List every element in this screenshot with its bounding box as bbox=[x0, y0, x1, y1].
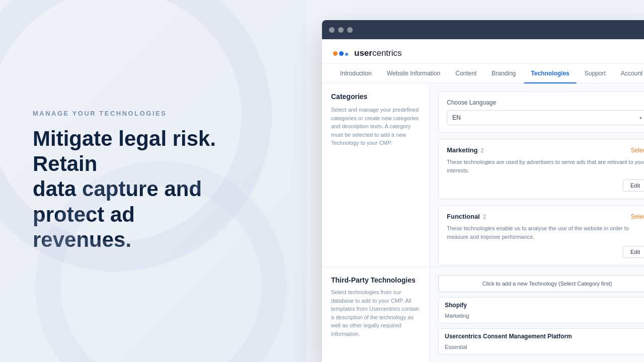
tab-account[interactable]: Account bbox=[614, 64, 644, 83]
language-value: EN bbox=[452, 114, 461, 121]
sidebar-categories-desc: Select and manage your predefined catego… bbox=[331, 106, 421, 147]
category-header-functional: Functional 2 Select bbox=[447, 213, 644, 220]
select-marketing-link[interactable]: Select bbox=[631, 147, 644, 154]
select-functional-link[interactable]: Select bbox=[631, 213, 644, 220]
third-party-title: Third-Party Technologies bbox=[331, 276, 421, 284]
tab-branding[interactable]: Branding bbox=[485, 64, 523, 83]
right-content: Choose Language EN ▾ Marketing 2 Select bbox=[430, 83, 644, 266]
tab-introduction[interactable]: Introduction bbox=[333, 64, 379, 83]
tab-support[interactable]: Support bbox=[578, 64, 613, 83]
category-card-marketing: Marketing 2 Select These technologies ar… bbox=[438, 139, 644, 199]
category-card-functional: Functional 2 Select These technologies e… bbox=[438, 205, 644, 265]
nav-tabs: Introduction Website Information Content… bbox=[322, 64, 644, 83]
tab-content[interactable]: Content bbox=[448, 64, 484, 83]
tech-item-shopify-tag: Marketing bbox=[439, 311, 644, 323]
bottom-left: Third-Party Technologies Select technolo… bbox=[322, 267, 430, 362]
tab-technologies[interactable]: Technologies bbox=[524, 64, 576, 83]
logo-dot-small-blue bbox=[345, 53, 348, 56]
browser-dot-3 bbox=[347, 27, 353, 33]
browser-dot-1 bbox=[329, 27, 335, 33]
left-panel: MANAGE YOUR TECHNOLOGIES Mitigate legal … bbox=[0, 0, 307, 362]
tech-item-usercentrics-tag: Essential bbox=[439, 342, 644, 354]
category-desc-functional: These technologies enable us to analyse … bbox=[447, 224, 644, 241]
bottom-right: Click to add a new Technology (Select Ca… bbox=[430, 267, 644, 362]
tech-item-usercentrics-name: Usercentrics Consent Management Platform bbox=[439, 329, 644, 342]
headline-line3: revenues. bbox=[33, 228, 131, 251]
category-desc-marketing: These technologies are used by advertise… bbox=[447, 158, 644, 174]
sidebar-categories: Categories Select and manage your predef… bbox=[322, 83, 430, 266]
edit-marketing-button[interactable]: Edit bbox=[623, 179, 644, 192]
headline-line1: Mitigate legal risk. Retain bbox=[33, 127, 216, 175]
category-header-marketing: Marketing 2 Select bbox=[447, 146, 644, 154]
category-name-marketing: Marketing 2 bbox=[447, 146, 484, 154]
browser-titlebar bbox=[322, 20, 644, 39]
chevron-down-icon: ▾ bbox=[639, 115, 642, 121]
language-select[interactable]: EN ▾ bbox=[447, 110, 644, 125]
tech-item-shopify-name: Shopify bbox=[439, 298, 644, 311]
headline-line2: data capture and protect ad bbox=[33, 177, 202, 226]
logo: usercentrics bbox=[333, 48, 402, 58]
language-label: Choose Language bbox=[447, 99, 644, 106]
headline: Mitigate legal risk. Retain data capture… bbox=[33, 126, 274, 253]
logo-text: usercentrics bbox=[354, 48, 402, 58]
main-content: Categories Select and manage your predef… bbox=[322, 83, 644, 266]
logo-dot-blue bbox=[339, 51, 344, 56]
sidebar-categories-title: Categories bbox=[331, 93, 421, 101]
category-name-functional: Functional 2 bbox=[447, 213, 486, 220]
category-count-marketing: 2 bbox=[480, 147, 484, 153]
add-technology-button[interactable]: Click to add a new Technology (Select Ca… bbox=[438, 275, 644, 292]
language-section: Choose Language EN ▾ bbox=[438, 92, 644, 133]
tech-item-usercentrics: Usercentrics Consent Management Platform… bbox=[438, 328, 644, 354]
third-party-desc: Select technologies from our database to… bbox=[331, 288, 421, 338]
category-count-functional: 2 bbox=[483, 214, 486, 220]
bottom-section: Third-Party Technologies Select technolo… bbox=[322, 266, 644, 362]
tech-item-shopify: Shopify Marketing bbox=[438, 297, 644, 323]
tab-website-information[interactable]: Website Information bbox=[380, 64, 448, 83]
browser-content: usercentrics Introduction Website Inform… bbox=[322, 39, 644, 362]
edit-functional-button[interactable]: Edit bbox=[623, 246, 644, 258]
logo-bar: usercentrics bbox=[322, 39, 644, 64]
browser-dot-2 bbox=[338, 27, 344, 33]
logo-dot-orange bbox=[333, 51, 338, 56]
manage-label: MANAGE YOUR TECHNOLOGIES bbox=[33, 110, 274, 117]
browser-mockup: usercentrics Introduction Website Inform… bbox=[322, 20, 644, 362]
